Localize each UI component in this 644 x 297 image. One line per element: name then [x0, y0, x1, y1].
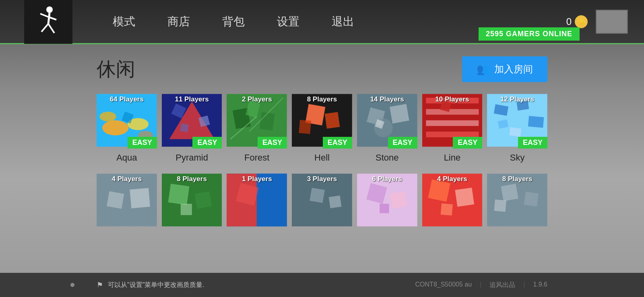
logo-icon [34, 6, 62, 38]
map-name: Pyramid [162, 148, 222, 165]
map-grid-row2: 4 Players 8 Players 1 Players 3 Players [97, 172, 547, 228]
svg-rect-69 [494, 200, 506, 212]
map-thumbnail: 4 Players [97, 172, 157, 228]
map-thumbnail: 10 Players EASY [422, 92, 483, 148]
map-card-stone[interactable]: 14 Players EASY Stone [357, 92, 417, 165]
difficulty-badge: EASY [192, 137, 222, 148]
svg-rect-26 [299, 120, 311, 134]
svg-line-1 [48, 13, 50, 24]
difficulty-badge: EASY [453, 137, 482, 148]
map-name: Sky [487, 148, 547, 165]
map-card-aqua[interactable]: 64 Players EASY Aqua [97, 92, 157, 165]
map-thumbnail: 2 Players EASY [227, 92, 287, 148]
svg-line-3 [48, 24, 54, 33]
logo-box [24, 0, 72, 44]
svg-rect-25 [325, 112, 340, 129]
footer-sep1: | [480, 281, 481, 289]
coin-amount: 0 [566, 16, 572, 27]
players-badge: 3 Players [292, 175, 352, 183]
players-badge: 12 Players [487, 95, 547, 103]
map-card-row2-3[interactable]: 3 Players [292, 172, 352, 228]
nav-backpack[interactable]: 背包 [222, 14, 245, 29]
section-title: 休闲 [97, 56, 135, 82]
online-badge: 2595 GAMERS ONLINE [479, 27, 580, 41]
svg-rect-60 [390, 191, 407, 208]
nav-settings[interactable]: 设置 [277, 14, 299, 29]
nav-mode[interactable]: 模式 [113, 14, 135, 29]
players-badge: 11 Players [162, 95, 222, 103]
map-thumbnail: 64 Players EASY [97, 92, 157, 148]
players-badge: 6 Players [357, 175, 417, 183]
svg-rect-68 [524, 192, 539, 206]
difficulty-badge: EASY [323, 137, 352, 148]
join-room-label: 加入房间 [494, 63, 533, 76]
footer-flag-icon: ⚑ [97, 280, 103, 289]
svg-rect-50 [180, 204, 192, 215]
navbar: 模式 商店 背包 设置 退出 0 🪙 2595 GAMERS ONLINE [0, 0, 644, 44]
main-content: 休闲 👥 加入房间 64 Players EASY Aqua 11 Player… [0, 44, 644, 228]
svg-rect-34 [426, 109, 479, 115]
footer-brand: 追风出品 [489, 281, 515, 289]
svg-rect-36 [426, 132, 479, 137]
map-card-row2-0[interactable]: 4 Players [97, 172, 157, 228]
map-thumbnail: 8 Players [162, 172, 222, 228]
players-badge: 4 Players [97, 175, 157, 183]
footer-sep2: | [523, 281, 525, 289]
map-name: Stone [357, 148, 417, 165]
nav-links: 模式 商店 背包 设置 退出 [113, 14, 566, 29]
coin-icon: 🪙 [575, 15, 588, 28]
map-name: Aqua [97, 148, 157, 165]
svg-rect-67 [501, 184, 518, 201]
map-card-row2-2[interactable]: 1 Players [227, 172, 287, 228]
section-header: 休闲 👥 加入房间 [97, 56, 547, 82]
nav-shop[interactable]: 商店 [167, 14, 190, 29]
svg-rect-56 [310, 188, 325, 203]
svg-rect-19 [260, 112, 275, 130]
map-thumbnail: 11 Players EASY [162, 92, 222, 148]
map-card-hell[interactable]: 8 Players EASY Hell [292, 92, 352, 165]
join-icon: 👥 [477, 63, 489, 76]
svg-rect-29 [390, 104, 409, 124]
map-card-row2-6[interactable]: 8 Players [487, 172, 547, 228]
difficulty-badge: EASY [388, 137, 417, 148]
map-card-line[interactable]: 10 Players EASY Line [422, 92, 483, 165]
map-card-row2-4[interactable]: 6 Players [357, 172, 417, 228]
map-card-pyramid[interactable]: 11 Players EASY Pyramid [162, 92, 222, 165]
players-badge: 1 Players [227, 175, 287, 183]
map-card-forest[interactable]: 2 Players EASY Forest [227, 92, 287, 165]
svg-rect-35 [426, 120, 479, 126]
map-thumbnail: 8 Players EASY [292, 92, 352, 148]
players-badge: 4 Players [422, 175, 483, 183]
footer: ⚑ 可以从"设置"菜单中更改画质质量. CONT8_S50005 au | 追风… [0, 273, 644, 297]
map-thumbnail: 12 Players EASY [487, 92, 547, 148]
map-card-row2-5[interactable]: 4 Players [422, 172, 483, 228]
coin-display: 0 🪙 [566, 15, 588, 28]
players-badge: 8 Players [162, 175, 222, 183]
svg-rect-65 [440, 203, 452, 215]
map-name: Forest [227, 148, 287, 165]
map-name: Line [422, 148, 483, 165]
difficulty-badge: EASY [518, 137, 547, 148]
svg-point-7 [102, 120, 128, 135]
svg-line-4 [40, 14, 48, 17]
svg-rect-43 [509, 127, 522, 137]
players-badge: 8 Players [292, 95, 352, 103]
svg-rect-64 [455, 188, 474, 207]
map-card-sky[interactable]: 12 Players EASY Sky [487, 92, 547, 165]
svg-rect-45 [107, 191, 124, 208]
players-badge: 64 Players [97, 95, 157, 103]
difficulty-badge: EASY [128, 137, 157, 148]
map-card-row2-1[interactable]: 8 Players [162, 172, 222, 228]
map-thumbnail: 4 Players [422, 172, 483, 228]
players-badge: 8 Players [487, 175, 547, 183]
map-thumbnail: 1 Players [227, 172, 287, 228]
avatar[interactable] [596, 10, 628, 34]
svg-rect-41 [528, 116, 544, 128]
map-thumbnail: 6 Players [357, 172, 417, 228]
footer-tip: 可以从"设置"菜单中更改画质质量. [108, 281, 204, 289]
footer-left: ⚑ 可以从"设置"菜单中更改画质质量. [97, 280, 204, 289]
players-badge: 10 Players [422, 95, 483, 103]
nav-quit[interactable]: 退出 [332, 14, 354, 29]
map-grid-row1: 64 Players EASY Aqua 11 Players EASY Pyr… [97, 92, 547, 165]
join-room-button[interactable]: 👥 加入房间 [462, 56, 547, 82]
